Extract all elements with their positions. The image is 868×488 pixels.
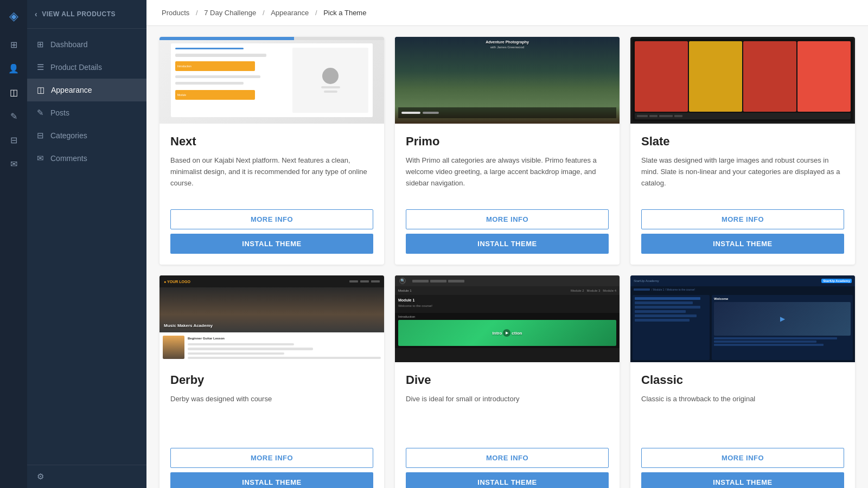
- breadcrumb-pick-theme: Pick a Theme: [323, 9, 366, 17]
- sidebar-item-label: Posts: [50, 108, 69, 117]
- rail-icon-comments[interactable]: ✉: [4, 154, 23, 174]
- startup-label: StartUp Academy: [821, 279, 852, 283]
- sidebar-item-label: Appearance: [51, 86, 92, 94]
- install-theme-button-slate[interactable]: INSTALL THEME: [641, 234, 844, 254]
- theme-name-primo: Primo: [406, 134, 609, 149]
- more-info-button-dive[interactable]: MORE INFO: [406, 448, 609, 468]
- breadcrumb: Products / 7 Day Challenge / Appearance …: [146, 0, 868, 26]
- theme-name-next: Next: [170, 134, 373, 149]
- sidebar-item-label: Dashboard: [50, 40, 88, 49]
- install-theme-button-next[interactable]: INSTALL THEME: [170, 234, 373, 254]
- icon-rail: ◈ ⊞ 👤 ◫ ✎ ⊟ ✉: [0, 0, 27, 488]
- theme-preview-primo: Adventure Photography with James Greenwo…: [395, 37, 620, 124]
- theme-card-slate: Slate Slate was designed with large imag…: [630, 37, 855, 265]
- themes-container: Introduction Module: [146, 26, 868, 488]
- sidebar-item-label: Categories: [50, 131, 87, 140]
- app-logo[interactable]: ◈: [4, 7, 23, 26]
- themes-grid: Introduction Module: [159, 37, 855, 488]
- theme-desc-slate: Slate was designed with large images and…: [641, 155, 844, 198]
- theme-preview-derby: ● YOUR LOGO Music Makers Academy: [159, 275, 384, 362]
- rail-icon-categories[interactable]: ⊟: [4, 130, 23, 150]
- rail-icon-posts[interactable]: ✎: [4, 106, 23, 126]
- categories-icon: ⊟: [37, 131, 44, 140]
- dashboard-icon: ⊞: [37, 40, 44, 49]
- theme-preview-dive: 🔍 Module 1 Module 2 Module 3 Module 4: [395, 275, 620, 362]
- theme-card-primo: Adventure Photography with James Greenwo…: [395, 37, 620, 265]
- rail-icon-dashboard[interactable]: ⊞: [4, 35, 23, 54]
- sidebar-item-appearance[interactable]: ◫ Appearance: [27, 79, 146, 101]
- settings-icon: ⚙: [37, 472, 44, 481]
- rail-icon-appearance[interactable]: ◫: [4, 82, 23, 102]
- sidebar-item-categories[interactable]: ⊟ Categories: [27, 124, 146, 147]
- install-theme-button-primo[interactable]: INSTALL THEME: [406, 234, 609, 254]
- theme-name-dive: Dive: [406, 373, 609, 387]
- breadcrumb-appearance[interactable]: Appearance: [271, 9, 309, 17]
- sidebar-item-settings[interactable]: ⚙: [27, 465, 146, 488]
- back-arrow-icon: ‹: [35, 10, 37, 18]
- theme-info-classic: Classic Classic is a throwback to the or…: [630, 362, 855, 488]
- theme-desc-primo: With Primo all categories are always vis…: [406, 155, 609, 198]
- more-info-button-classic[interactable]: MORE INFO: [641, 448, 844, 468]
- theme-desc-classic: Classic is a throwback to the original: [641, 394, 844, 437]
- theme-info-next: Next Based on our Kajabi Next platform. …: [159, 124, 384, 265]
- theme-name-slate: Slate: [641, 134, 844, 149]
- more-info-button-derby[interactable]: MORE INFO: [170, 448, 373, 468]
- theme-card-derby: ● YOUR LOGO Music Makers Academy: [159, 275, 384, 488]
- comments-icon: ✉: [37, 153, 44, 163]
- sidebar-item-posts[interactable]: ✎ Posts: [27, 101, 146, 124]
- sidebar-item-dashboard[interactable]: ⊞ Dashboard: [27, 33, 146, 56]
- theme-preview-slate: [630, 37, 855, 124]
- sidebar-nav: ⊞ Dashboard ☰ Product Details ◫ Appearan…: [27, 29, 146, 174]
- theme-card-classic: StartUp Academy StartUp Academy / Module…: [630, 275, 855, 488]
- theme-info-dive: Dive Dive is ideal for small or introduc…: [395, 362, 620, 488]
- more-info-button-primo[interactable]: MORE INFO: [406, 209, 609, 229]
- back-label: VIEW ALL PRODUCTS: [42, 10, 116, 18]
- theme-info-primo: Primo With Primo all categories are alwa…: [395, 124, 620, 265]
- sidebar-item-label: Product Details: [50, 63, 102, 72]
- install-theme-button-dive[interactable]: INSTALL THEME: [406, 472, 609, 488]
- theme-info-slate: Slate Slate was designed with large imag…: [630, 124, 855, 265]
- breadcrumb-products[interactable]: Products: [162, 9, 189, 17]
- product-details-icon: ☰: [37, 62, 44, 72]
- theme-card-dive: 🔍 Module 1 Module 2 Module 3 Module 4: [395, 275, 620, 488]
- install-theme-button-classic[interactable]: INSTALL THEME: [641, 472, 844, 488]
- sidebar: ‹ VIEW ALL PRODUCTS ⊞ Dashboard ☰ Produc…: [27, 0, 146, 488]
- theme-preview-classic: StartUp Academy StartUp Academy / Module…: [630, 275, 855, 362]
- sidebar-item-product-details[interactable]: ☰ Product Details: [27, 56, 146, 79]
- main-content: Products / 7 Day Challenge / Appearance …: [146, 0, 868, 488]
- sidebar-settings: ⚙: [27, 465, 146, 488]
- theme-preview-next: Introduction Module: [159, 37, 384, 124]
- theme-name-classic: Classic: [641, 373, 844, 387]
- sidebar-item-comments[interactable]: ✉ Comments: [27, 147, 146, 170]
- more-info-button-slate[interactable]: MORE INFO: [641, 209, 844, 229]
- install-theme-button-derby[interactable]: INSTALL THEME: [170, 472, 373, 488]
- theme-desc-derby: Derby was designed with course: [170, 394, 373, 437]
- more-info-button-next[interactable]: MORE INFO: [170, 209, 373, 229]
- rail-icon-users[interactable]: 👤: [4, 59, 23, 78]
- theme-desc-dive: Dive is ideal for small or introductory: [406, 394, 609, 437]
- theme-info-derby: Derby Derby was designed with course MOR…: [159, 362, 384, 488]
- breadcrumb-challenge[interactable]: 7 Day Challenge: [204, 9, 256, 17]
- sidebar-item-label: Comments: [50, 154, 87, 163]
- theme-desc-next: Based on our Kajabi Next platform. Next …: [170, 155, 373, 198]
- theme-name-derby: Derby: [170, 373, 373, 387]
- back-to-products[interactable]: ‹ VIEW ALL PRODUCTS: [27, 0, 146, 29]
- appearance-icon: ◫: [37, 85, 44, 95]
- theme-card-next: Introduction Module: [159, 37, 384, 265]
- posts-icon: ✎: [37, 108, 44, 118]
